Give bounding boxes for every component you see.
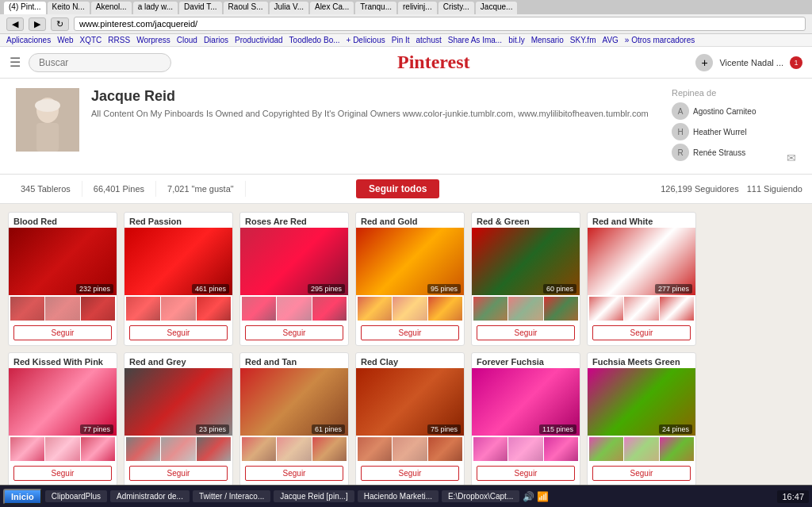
board-thumbnails	[588, 295, 695, 322]
board-main-image[interactable]: 23 pines	[124, 368, 232, 436]
board-thumb-2	[508, 437, 542, 461]
repinea-item-1[interactable]: A Agostino Carniteo	[672, 102, 775, 120]
tab-6[interactable]: Raoul S...	[224, 2, 268, 14]
stat-me-gusta[interactable]: 7,021 "me gusta"	[156, 181, 246, 197]
board-thumb-2	[161, 437, 195, 461]
stat-pins[interactable]: 66,401 Pines	[82, 181, 156, 197]
bookmark-atchust[interactable]: atchust	[416, 36, 442, 44]
follow-board-button[interactable]: Seguir	[361, 325, 459, 340]
follow-board-button[interactable]: Seguir	[245, 466, 343, 481]
board-main-image[interactable]: 75 pines	[356, 368, 464, 436]
bookmark-diarios[interactable]: Diarios	[204, 36, 228, 44]
follow-board-button[interactable]: Seguir	[245, 325, 343, 340]
board-main-image[interactable]: 60 pines	[472, 228, 580, 295]
bookmark-sky[interactable]: SKY.fm	[570, 36, 596, 44]
start-button[interactable]: Inicio	[3, 489, 42, 505]
bookmark-otros[interactable]: » Otros marcadores	[625, 36, 695, 44]
tab-2[interactable]: Keito N...	[48, 2, 90, 14]
board-main-image[interactable]: 277 pines	[588, 228, 695, 295]
tab-3[interactable]: Akenol...	[91, 2, 132, 14]
board-title: Red and Tan	[240, 353, 348, 368]
repinea-title: Repinea de	[672, 88, 775, 98]
bookmark-rrss[interactable]: RRSS	[108, 36, 130, 44]
bookmark-toodledo[interactable]: Toodledo Bo...	[289, 36, 340, 44]
pin-count: 75 pines	[427, 424, 461, 434]
board-thumb-3	[428, 437, 462, 461]
board-title: Red Clay	[356, 353, 464, 368]
forward-button[interactable]: ▶	[29, 17, 46, 31]
menu-icon[interactable]: ☰	[10, 55, 21, 70]
bookmark-aplicaciones[interactable]: Aplicaciones	[6, 36, 51, 44]
tab-8[interactable]: Alex Ca...	[310, 2, 354, 14]
board-card: Red and Grey 23 pines Seguir	[124, 352, 233, 486]
tab-9[interactable]: Tranqu...	[355, 2, 396, 14]
repinea-item-3[interactable]: R Renée Strauss	[672, 144, 775, 161]
tab-10[interactable]: relivinj...	[398, 2, 437, 14]
message-icon[interactable]: ✉	[787, 152, 796, 164]
board-thumb-1	[242, 297, 276, 321]
board-thumbnails	[124, 295, 232, 322]
url-bar[interactable]	[74, 17, 806, 31]
board-main-image[interactable]: 77 pines	[9, 368, 117, 436]
active-tab[interactable]: (4) Pint...	[4, 2, 46, 14]
bookmark-xqtc[interactable]: XQTC	[80, 36, 102, 44]
bookmark-worpress[interactable]: Worpress	[136, 36, 170, 44]
taskbar-icons: 🔊 📶	[523, 491, 549, 502]
bookmark-avg[interactable]: AVG	[602, 36, 618, 44]
board-thumb-2	[45, 297, 79, 321]
board-thumb-1	[10, 437, 44, 461]
board-thumb-3	[312, 437, 347, 461]
bookmark-mensario[interactable]: Mensario	[531, 36, 564, 44]
search-input[interactable]	[29, 53, 171, 72]
follow-all-button[interactable]: Seguir todos	[356, 179, 439, 198]
bookmark-bitly[interactable]: bit.ly	[508, 36, 525, 44]
tab-11[interactable]: Cristy...	[439, 2, 474, 14]
board-card: Red & Green 60 pines Seguir	[471, 212, 580, 346]
notification-badge[interactable]: 1	[790, 56, 802, 69]
taskbar-item-1[interactable]: ClipboardPlus	[45, 490, 107, 502]
taskbar-item-5[interactable]: Haciendo Marketi...	[358, 490, 439, 502]
bookmark-web[interactable]: Web	[57, 36, 73, 44]
bookmark-delicious[interactable]: + Delicious	[347, 36, 385, 44]
board-main-image[interactable]: 295 pines	[240, 228, 348, 295]
follow-board-button[interactable]: Seguir	[129, 325, 228, 340]
follow-board-button[interactable]: Seguir	[477, 466, 575, 481]
repinea-avatar-1: A	[672, 102, 689, 120]
follow-board-button[interactable]: Seguir	[477, 325, 575, 340]
board-main-image[interactable]: 24 pines	[588, 368, 695, 436]
board-main-image[interactable]: 461 pines	[124, 228, 232, 295]
pin-count: 61 pines	[312, 424, 345, 434]
repinea-item-2[interactable]: H Heather Wurrel	[672, 123, 775, 140]
taskbar-item-4[interactable]: Jacque Reid [pin...]	[274, 490, 354, 502]
bookmark-share[interactable]: Share As Ima...	[448, 36, 502, 44]
board-main-image[interactable]: 232 pines	[9, 228, 117, 295]
tab-12[interactable]: Jacque...	[476, 2, 518, 14]
back-button[interactable]: ◀	[6, 17, 24, 31]
board-main-image[interactable]: 115 pines	[472, 368, 580, 436]
follow-board-button[interactable]: Seguir	[592, 466, 691, 481]
add-button[interactable]: +	[695, 54, 713, 71]
tab-5[interactable]: David T...	[179, 2, 222, 14]
board-thumb-2	[277, 437, 311, 461]
follow-board-button[interactable]: Seguir	[13, 325, 112, 340]
follow-board-button[interactable]: Seguir	[129, 466, 228, 481]
repinea-name-3: Renée Strauss	[693, 148, 745, 157]
board-main-image[interactable]: 61 pines	[240, 368, 348, 436]
bookmark-cloud[interactable]: Cloud	[177, 36, 197, 44]
followers-info: 126,199 Seguidores 111 Siguiendo	[661, 184, 802, 194]
tab-7[interactable]: Julia V...	[270, 2, 308, 14]
stat-tableros[interactable]: 345 Tableros	[10, 181, 82, 197]
follow-board-button[interactable]: Seguir	[13, 466, 112, 481]
refresh-button[interactable]: ↻	[51, 17, 69, 31]
bookmark-pinit[interactable]: Pin It	[392, 36, 410, 44]
follow-board-button[interactable]: Seguir	[361, 466, 459, 481]
taskbar-item-6[interactable]: E:\Dropbox\Capt...	[442, 490, 519, 502]
tab-4[interactable]: a lady w...	[133, 2, 178, 14]
bookmark-productividad[interactable]: Productividad	[235, 36, 283, 44]
board-thumb-1	[473, 437, 508, 461]
svg-rect-2	[36, 123, 59, 152]
follow-board-button[interactable]: Seguir	[592, 325, 691, 340]
taskbar-item-2[interactable]: Administrador de...	[110, 490, 190, 502]
taskbar-item-3[interactable]: Twitter / Interaco...	[193, 490, 270, 502]
board-main-image[interactable]: 95 pines	[356, 228, 464, 295]
